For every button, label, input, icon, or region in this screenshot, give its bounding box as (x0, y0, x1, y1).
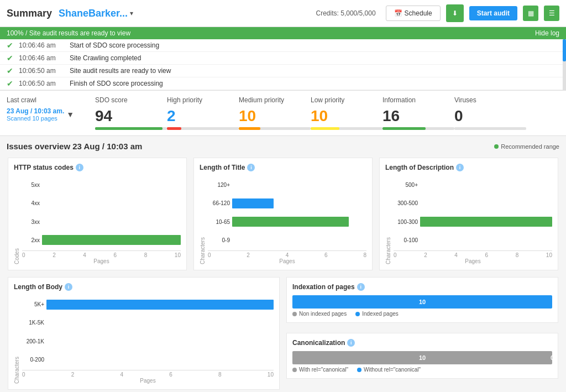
log-message: Site Crawling completed (70, 54, 141, 62)
without-canonical-value: 0 (551, 354, 552, 361)
log-entry: ✔ 10:06:46 am Site Crawling completed (0, 52, 566, 65)
bar-label: 2xx (22, 237, 40, 243)
bar-label: 66-120 (208, 200, 230, 206)
body-chart-panel: Length of Body i Characters 5K+ 1K-5K (8, 277, 280, 390)
download-button[interactable]: ⬇ (446, 4, 464, 22)
header-actions: Credits: 5,000/5,000 📅 Schedule ⬇ Start … (316, 4, 559, 22)
low-priority-column: Low priority 10 (311, 96, 382, 130)
bar-outer (46, 354, 274, 364)
bar-label: 3xx (22, 219, 40, 225)
hide-log-button[interactable]: Hide log (535, 29, 559, 37)
schedule-button[interactable]: 📅 Schedule (386, 6, 441, 21)
bar-label: 0-200 (22, 357, 44, 363)
crawl-date: 23 Aug / 10:03 am. (7, 107, 64, 115)
title-info-icon[interactable]: i (247, 164, 255, 171)
non-indexed-legend-item: Non indexed pages (292, 311, 347, 317)
bar-label: 0-100 (394, 237, 418, 243)
bar-label: 1K-5K (22, 320, 44, 326)
desc-x-label: Pages (394, 258, 552, 264)
bar-outer (420, 217, 552, 227)
body-info-icon[interactable]: i (65, 283, 72, 291)
log-message: Site audit results are ready to view (70, 67, 171, 75)
bar-outer (420, 235, 552, 245)
check-icon: ✔ (7, 54, 13, 62)
body-bar-rows: 5K+ 1K-5K 200-1K (22, 295, 274, 369)
bar-outer (420, 180, 552, 190)
with-canonical-legend-item: With rel="canonical" (292, 367, 348, 373)
medium-priority-progress (239, 127, 311, 130)
viruses-progress (454, 127, 526, 130)
bar-row-0-100: 0-100 (394, 235, 552, 245)
desc-info-icon[interactable]: i (456, 164, 464, 171)
without-canonical-legend-item: Without rel="canonical" (357, 367, 421, 373)
low-priority-fill (311, 127, 339, 130)
icon-button-1[interactable]: ▦ (523, 6, 538, 21)
canon-info-icon[interactable]: i (347, 339, 355, 347)
schedule-label: Schedule (405, 9, 432, 17)
low-priority-value: 10 (311, 107, 382, 125)
log-entry: ✔ 10:06:50 am Site audit results are rea… (0, 65, 566, 77)
last-crawl-column: Last crawl 23 Aug / 10:03 am. Scanned 10… (7, 96, 95, 122)
log-entries-container: ✔ 10:06:46 am Start of SDO score process… (0, 39, 566, 91)
indexed-legend-item: Indexed pages (355, 311, 399, 317)
title-chart-title: Length of Title i (200, 164, 366, 171)
http-chart-inner: 5xx 4xx 3xx (22, 176, 181, 264)
site-name: ShaneBarker... (59, 8, 128, 19)
canon-bar: 10 0 (292, 351, 552, 364)
bar-row-5xx: 5xx (22, 180, 181, 190)
icon-button-2[interactable]: ☰ (544, 6, 559, 21)
high-priority-progress (167, 127, 239, 130)
bar-row-0-9: 0-9 (208, 235, 366, 245)
crawl-dropdown-icon[interactable]: ▼ (66, 110, 74, 119)
log-time: 10:06:46 am (19, 41, 63, 49)
indexed-dot (355, 312, 360, 316)
medium-priority-fill (239, 127, 260, 130)
http-chart-title: HTTP status codes i (14, 164, 181, 171)
bar-row-100-300: 100-300 (394, 217, 552, 227)
canon-legend: With rel="canonical" Without rel="canoni… (292, 367, 552, 373)
start-audit-button[interactable]: Start audit (469, 6, 517, 20)
indexed-bar: 0 10 (292, 295, 552, 309)
bar-outer (232, 180, 366, 190)
body-bar-chart: Characters 5K+ 1K-5K (14, 295, 274, 384)
bar-row-4xx: 4xx (22, 198, 181, 208)
bar-row-120plus: 120+ (208, 180, 366, 190)
high-priority-value: 2 (167, 107, 239, 125)
indexation-info-icon[interactable]: i (357, 283, 365, 291)
body-x-label: Pages (22, 378, 274, 384)
canonicalization-title: Canonicalization i (292, 339, 552, 347)
low-priority-header: Low priority (311, 96, 382, 104)
bar-row-0-200: 0-200 (22, 354, 274, 364)
bar-label: 120+ (208, 182, 230, 188)
sdo-column: SDO score 94 (95, 96, 167, 130)
bar-label: 200-1K (22, 338, 44, 344)
dropdown-icon[interactable]: ▾ (130, 9, 133, 17)
http-info-icon[interactable]: i (76, 164, 83, 171)
body-chart-inner: 5K+ 1K-5K 200-1K (22, 295, 274, 384)
bar-fill (46, 300, 274, 310)
check-icon: ✔ (7, 79, 13, 88)
medium-priority-column: Medium priority 10 (239, 96, 311, 130)
bar-outer (232, 217, 366, 227)
high-priority-column: High priority 2 (167, 96, 239, 130)
log-time: 10:06:50 am (19, 80, 63, 87)
http-x-label: Pages (22, 258, 181, 264)
log-entry: ✔ 10:06:50 am Finish of SDO score proces… (0, 77, 566, 90)
body-chart-title: Length of Body i (14, 283, 274, 291)
body-y-label: Characters (14, 295, 20, 384)
bar-outer (42, 198, 181, 208)
log-time: 10:06:50 am (19, 67, 63, 75)
information-fill (382, 127, 426, 130)
bar-label: 4xx (22, 200, 40, 206)
sdo-progress (95, 127, 167, 130)
indexed-segment: 10 (292, 295, 552, 309)
check-icon: ✔ (7, 41, 13, 50)
log-message: Start of SDO score processing (70, 41, 159, 49)
summary-label: Summary (7, 8, 52, 19)
issues-overview-header: Issues overview 23 Aug / 10:03 am Recomm… (0, 136, 566, 154)
indexed-label: Indexed pages (362, 311, 399, 317)
canonicalization-panel: Canonicalization i 10 0 With rel="canoni… (286, 333, 558, 379)
bar-label: 500+ (394, 182, 418, 188)
log-entry: ✔ 10:06:46 am Start of SDO score process… (0, 39, 566, 52)
log-scrollbar[interactable] (563, 39, 566, 91)
